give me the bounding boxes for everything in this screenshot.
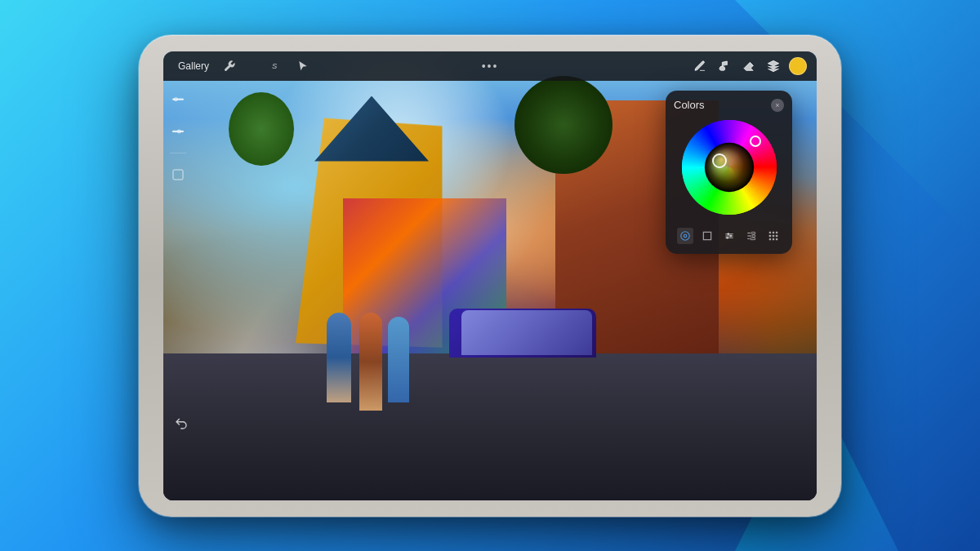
top-bar-center: ••• [482,59,499,73]
svg-rect-21 [768,231,770,233]
tab-values[interactable] [743,228,760,244]
brush-tool-button[interactable] [715,57,733,75]
foliage-left [229,92,294,166]
ipad-screen: Gallery S ••• [163,51,817,500]
svg-rect-27 [768,238,770,239]
svg-rect-26 [775,234,777,236]
foliage-right [514,76,612,174]
svg-rect-5 [173,170,183,180]
svg-rect-23 [775,231,777,233]
undo-button[interactable] [170,412,193,435]
tab-disc[interactable] [677,228,693,244]
svg-rect-3 [172,131,183,131]
cursor-button[interactable] [294,57,312,75]
tab-palettes[interactable] [765,228,782,244]
left-sidebar [163,81,193,500]
svg-text:S: S [272,61,278,69]
tab-square[interactable] [699,228,715,244]
svg-rect-24 [768,234,770,236]
selection-button[interactable]: S [270,57,287,75]
svg-point-12 [727,233,729,235]
wrench-button[interactable] [220,57,238,75]
colors-panel: Colors × [666,91,792,254]
svg-point-7 [684,234,687,238]
svg-rect-18 [751,232,755,233]
top-bar: Gallery S ••• [163,51,817,81]
svg-point-14 [726,236,728,238]
person-1 [327,313,351,402]
adjustments-button[interactable] [245,57,263,75]
gallery-button[interactable]: Gallery [173,58,214,74]
more-options-button[interactable]: ••• [482,60,499,73]
svg-rect-22 [772,231,773,233]
svg-rect-8 [703,232,710,239]
svg-rect-25 [772,234,773,236]
brush-size-slider[interactable] [167,91,189,113]
top-bar-left: Gallery S [173,57,312,75]
person-2 [359,313,382,411]
svg-rect-28 [772,238,773,239]
ipad-frame: Gallery S ••• [139,35,841,517]
layers-button[interactable] [764,57,782,75]
tab-sliders[interactable] [721,228,737,244]
svg-rect-20 [750,238,755,239]
sidebar-divider [170,153,186,153]
svg-point-13 [729,234,732,237]
color-picker-dot[interactable] [789,57,807,75]
top-bar-right [691,57,807,75]
colors-panel-header: Colors × [674,99,784,112]
square-tool-button[interactable] [167,163,189,186]
colors-panel-title: Colors [674,99,705,111]
color-panel-tabs [674,224,784,246]
color-wheel-canvas[interactable] [680,118,778,216]
svg-rect-29 [775,238,777,239]
person-3 [388,317,409,402]
car-body [408,345,653,451]
color-wheel[interactable] [680,118,778,216]
svg-rect-19 [752,234,755,236]
colors-panel-close-button[interactable]: × [771,99,784,112]
opacity-slider[interactable] [167,120,189,143]
color-wheel-container[interactable] [674,118,784,216]
car-windshield [461,310,592,355]
svg-point-6 [680,231,689,240]
eraser-tool-button[interactable] [740,57,758,75]
pencil-tool-button[interactable] [691,57,709,75]
